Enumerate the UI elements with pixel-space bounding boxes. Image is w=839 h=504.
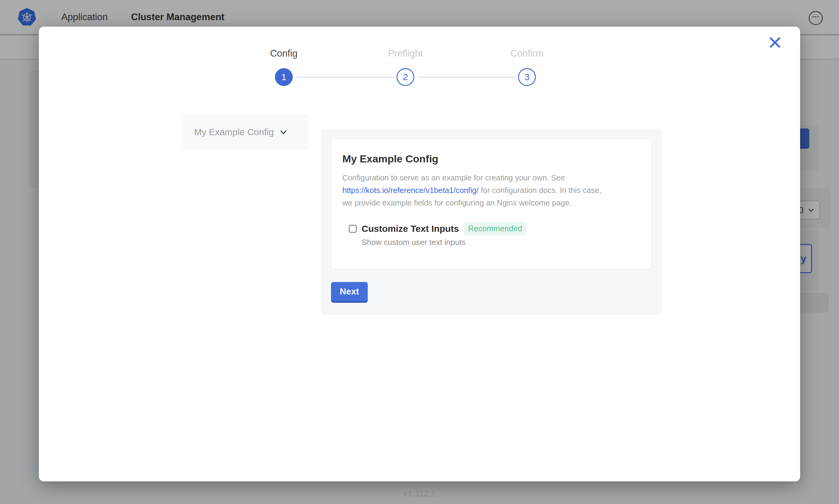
config-group-dropdown[interactable]: My Example Config — [183, 114, 309, 150]
description-line1: Configuration to serve as an example for… — [342, 174, 565, 182]
step-circle-2: 2 — [396, 68, 414, 86]
config-panel: My Example Config Configuration to serve… — [321, 128, 662, 315]
config-group-card: My Example Config Configuration to serve… — [331, 138, 652, 269]
config-group-dropdown-label: My Example Config — [194, 127, 274, 137]
config-group-description: Configuration to serve as an example for… — [342, 172, 640, 209]
customize-text-inputs-checkbox[interactable] — [349, 225, 357, 233]
step-label-config: Config — [238, 48, 330, 59]
customize-text-inputs-label[interactable]: Customize Text Inputs — [362, 223, 459, 234]
step-circle-1: 1 — [275, 68, 293, 86]
step-connector-2 — [418, 76, 516, 78]
description-line2: for configuration docs. In this case, — [479, 186, 601, 195]
description-line3: we provide example fields for configurin… — [342, 198, 571, 207]
customize-text-inputs-row: Customize Text Inputs Recommended — [349, 222, 640, 235]
checkbox-help-text: Show custom user text inputs — [362, 238, 640, 247]
step-label-preflight: Preflight — [359, 48, 451, 59]
config-wizard-modal: Config Preflight Confirm 1 2 3 My Exampl… — [39, 26, 800, 481]
recommended-badge: Recommended — [464, 222, 526, 235]
next-button[interactable]: Next — [331, 282, 368, 303]
close-icon[interactable] — [768, 36, 782, 49]
step-connector-1 — [296, 76, 394, 78]
chevron-down-icon — [279, 127, 288, 137]
config-docs-link[interactable]: https://kots.io/reference/v1beta1/config… — [342, 186, 479, 195]
config-group-title: My Example Config — [342, 152, 640, 165]
screen: Application Cluster Management ••• 0 y v… — [0, 0, 839, 504]
step-circle-3: 3 — [518, 68, 536, 86]
step-label-confirm: Confirm — [481, 48, 573, 59]
